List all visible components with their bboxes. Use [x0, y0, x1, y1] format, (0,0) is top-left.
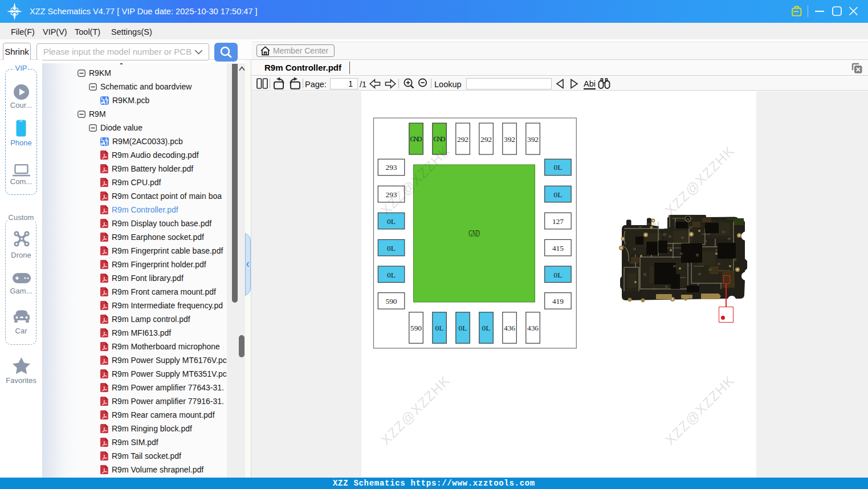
svg-text:0L: 0L [553, 163, 562, 172]
svg-text:392: 392 [504, 135, 515, 144]
svg-text:436: 436 [504, 324, 515, 332]
svg-text:GND: GND [410, 135, 422, 143]
svg-text:0L: 0L [459, 324, 467, 332]
svg-text:292: 292 [457, 135, 468, 144]
svg-text:0L: 0L [435, 324, 444, 332]
svg-text:590: 590 [410, 324, 422, 332]
svg-text:292: 292 [480, 135, 492, 144]
svg-text:415: 415 [552, 244, 564, 252]
svg-text:436: 436 [527, 324, 539, 332]
svg-text:419: 419 [552, 297, 564, 305]
svg-text:GND: GND [434, 135, 446, 143]
svg-text:392: 392 [527, 135, 539, 144]
svg-text:0L: 0L [482, 324, 491, 332]
svg-text:0L: 0L [387, 244, 396, 252]
svg-text:0L: 0L [553, 190, 562, 199]
svg-text:0L: 0L [553, 271, 562, 279]
svg-text:GND: GND [468, 229, 480, 238]
svg-text:0L: 0L [387, 271, 396, 279]
svg-text:127: 127 [552, 217, 564, 226]
svg-text:293: 293 [386, 163, 397, 172]
svg-text:590: 590 [386, 297, 397, 305]
